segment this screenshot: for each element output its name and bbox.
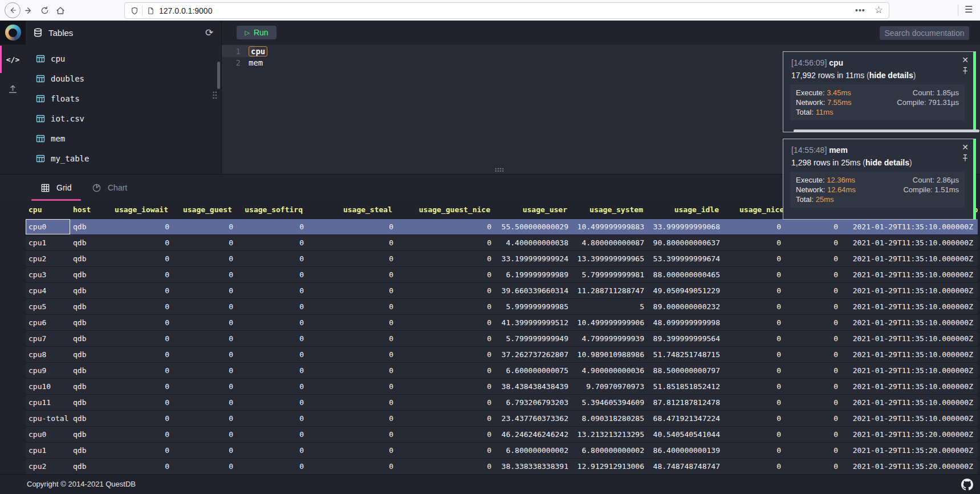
grid-cell[interactable]: 5: [573, 299, 649, 314]
grid-cell[interactable]: 2021-01-29T11:35:10.000000Z: [843, 251, 978, 266]
grid-cell[interactable]: 88.500000000797: [649, 363, 725, 378]
grid-cell[interactable]: 0: [238, 267, 308, 282]
grid-cell[interactable]: 0: [112, 235, 174, 250]
tab-grid[interactable]: Grid: [41, 175, 71, 201]
grid-cell[interactable]: 2021-01-29T11:35:10.000000Z: [843, 363, 978, 378]
table-row[interactable]: cpu4qdb0000039.66033966031411.2887112887…: [26, 282, 978, 298]
grid-cell[interactable]: 0: [308, 299, 398, 314]
grid-cell[interactable]: qdb: [70, 219, 112, 234]
grid-cell[interactable]: 0: [398, 363, 496, 378]
import-upload-rail-button[interactable]: [0, 80, 26, 98]
tab-chart[interactable]: Chart: [92, 175, 127, 201]
grid-cell[interactable]: qdb: [70, 331, 112, 346]
grid-cell[interactable]: 2021-01-29T11:35:10.000000Z: [843, 379, 978, 394]
grid-cell[interactable]: 0: [174, 315, 238, 330]
grid-cell[interactable]: 0: [238, 363, 308, 378]
grid-cell[interactable]: 89.000000000232: [649, 299, 725, 314]
grid-cell[interactable]: 0: [725, 331, 786, 346]
grid-cell[interactable]: 0: [238, 331, 308, 346]
grid-cell[interactable]: 0: [786, 315, 843, 330]
grid-cell[interactable]: 0: [786, 235, 843, 250]
grid-cell[interactable]: 51.851851852412: [649, 379, 725, 394]
grid-cell[interactable]: 6.793206793203: [496, 395, 573, 410]
grid-cell[interactable]: qdb: [70, 347, 112, 362]
table-row[interactable]: cpu10qdb0000038.4384384384399.7097097097…: [26, 378, 978, 394]
grid-cell[interactable]: 0: [725, 443, 786, 458]
grid-cell[interactable]: 40.540540541044: [649, 427, 725, 442]
github-icon[interactable]: [961, 479, 973, 493]
bookmark-star-icon[interactable]: ☆: [875, 4, 883, 16]
grid-cell[interactable]: 0: [112, 459, 174, 474]
grid-cell[interactable]: qdb: [70, 427, 112, 442]
menu-hamburger-icon[interactable]: ☰: [965, 4, 973, 15]
url-bar[interactable]: 127.0.0.1:9000: [124, 2, 889, 19]
grid-cell[interactable]: 0: [398, 411, 496, 426]
grid-cell[interactable]: qdb: [70, 299, 112, 314]
hide-details-toggle[interactable]: hide details: [869, 71, 913, 80]
grid-cell[interactable]: 2021-01-29T11:35:10.000000Z: [843, 331, 978, 346]
grid-cell[interactable]: 0: [398, 235, 496, 250]
grid-cell[interactable]: 0: [238, 443, 308, 458]
grid-cell[interactable]: 0: [174, 427, 238, 442]
table-row[interactable]: cpu11qdb000006.7932067932035.39460539460…: [26, 394, 978, 410]
grid-cell[interactable]: 0: [174, 299, 238, 314]
grid-cell[interactable]: 0: [786, 347, 843, 362]
grid-cell[interactable]: 0: [398, 427, 496, 442]
grid-cell[interactable]: 0: [308, 363, 398, 378]
grid-cell[interactable]: 0: [112, 427, 174, 442]
grid-cell[interactable]: 0: [174, 347, 238, 362]
grid-cell[interactable]: 0: [308, 331, 398, 346]
reload-button[interactable]: [38, 3, 51, 17]
grid-cell[interactable]: 5.999999999985: [496, 299, 573, 314]
close-icon[interactable]: ✕: [962, 55, 969, 64]
grid-cell[interactable]: 0: [112, 299, 174, 314]
grid-cell[interactable]: 2021-01-29T11:35:20.000000Z: [843, 427, 978, 442]
grid-cell[interactable]: qdb: [70, 235, 112, 250]
grid-cell[interactable]: 0: [308, 459, 398, 474]
grid-cell[interactable]: 0: [174, 267, 238, 282]
grid-cell[interactable]: 0: [308, 443, 398, 458]
grid-cell[interactable]: cpu6: [26, 315, 70, 330]
grid-cell[interactable]: 2021-01-29T11:35:10.000000Z: [843, 267, 978, 282]
grid-cell[interactable]: 0: [398, 331, 496, 346]
table-row[interactable]: cpu7qdb000005.7999999999494.799999999939…: [26, 330, 978, 346]
grid-cell[interactable]: cpu9: [26, 363, 70, 378]
panel-splitter-handle[interactable]: ••••••: [213, 91, 218, 100]
grid-cell[interactable]: 0: [308, 395, 398, 410]
grid-cell[interactable]: 0: [174, 331, 238, 346]
grid-cell[interactable]: 0: [786, 411, 843, 426]
grid-cell[interactable]: qdb: [70, 459, 112, 474]
grid-cell[interactable]: 0: [786, 427, 843, 442]
grid-cell[interactable]: 6.800000000002: [496, 443, 573, 458]
sidebar-table-my_table[interactable]: my_table: [26, 148, 221, 168]
grid-cell[interactable]: 6.800000000002: [573, 443, 649, 458]
grid-cell[interactable]: 0: [725, 267, 786, 282]
grid-cell[interactable]: 0: [174, 251, 238, 266]
grid-cell[interactable]: 38.338338338391: [496, 459, 573, 474]
sidebar-table-doubles[interactable]: doubles: [26, 68, 221, 88]
grid-cell[interactable]: 2021-01-29T11:35:10.000000Z: [843, 411, 978, 426]
grid-cell[interactable]: 2021-01-29T11:35:10.000000Z: [843, 395, 978, 410]
grid-cell[interactable]: 86.400000000139: [649, 443, 725, 458]
grid-cell[interactable]: 0: [725, 315, 786, 330]
grid-cell[interactable]: 0: [398, 395, 496, 410]
grid-cell[interactable]: 4.400000000038: [496, 235, 573, 250]
grid-cell[interactable]: cpu0: [26, 427, 70, 442]
grid-cell[interactable]: 33.199999999924: [496, 251, 573, 266]
grid-cell[interactable]: 0: [308, 379, 398, 394]
grid-cell[interactable]: 0: [725, 411, 786, 426]
grid-cell[interactable]: 0: [786, 379, 843, 394]
grid-cell[interactable]: qdb: [70, 267, 112, 282]
grid-cell[interactable]: 0: [238, 379, 308, 394]
grid-cell[interactable]: 33.999999999068: [649, 219, 725, 234]
grid-cell[interactable]: 0: [725, 379, 786, 394]
grid-cell[interactable]: 0: [112, 347, 174, 362]
home-button[interactable]: [54, 3, 67, 17]
grid-cell[interactable]: 5.799999999949: [496, 331, 573, 346]
grid-cell[interactable]: 11.288711288747: [573, 283, 649, 298]
grid-cell[interactable]: 0: [238, 251, 308, 266]
grid-cell[interactable]: 0: [786, 363, 843, 378]
grid-cell[interactable]: 48.748748748747: [649, 459, 725, 474]
sidebar-table-floats[interactable]: floats: [26, 88, 221, 108]
grid-cell[interactable]: 2021-01-29T11:35:10.000000Z: [843, 219, 978, 234]
